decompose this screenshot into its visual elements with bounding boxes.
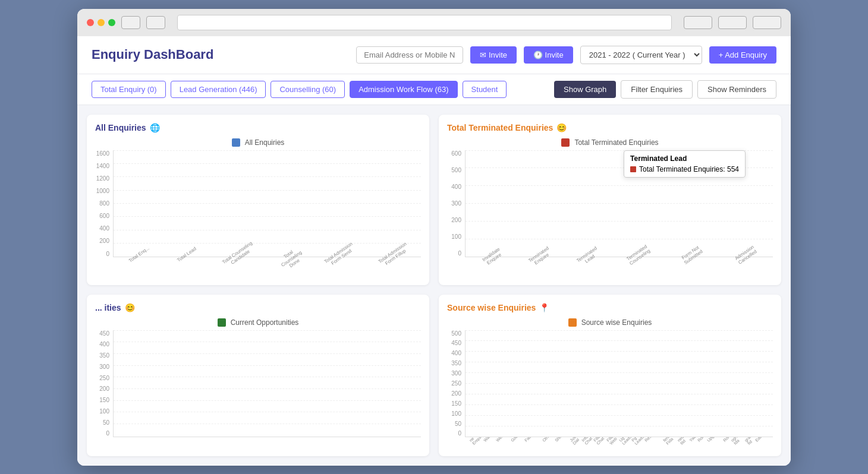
terminated-y-axis: 600 500 400 300 200 100 0 xyxy=(447,150,465,257)
terminated-legend-box xyxy=(561,138,570,147)
tab-admission-workflow[interactable]: Admission Work Flow (63) xyxy=(350,81,457,98)
dot-green xyxy=(108,19,115,26)
source-wise-title: Source wise Enquiries 📍 xyxy=(447,303,773,312)
source-wise-legend: Source wise Enquiries xyxy=(447,318,773,327)
year-select[interactable]: 2021 - 2022 ( Current Year ) 2020 - 2021… xyxy=(580,46,702,64)
browser-bar xyxy=(77,9,791,36)
all-enquiries-title: All Enquiries 🌐 xyxy=(95,123,421,132)
source-wise-card: Source wise Enquiries 📍 Source wise Enqu… xyxy=(439,295,781,456)
terminated-x-labels: Invalidate Enquire Terminated Enquire Te… xyxy=(468,257,773,271)
address-bar[interactable] xyxy=(177,15,672,30)
all-enquiries-legend-box xyxy=(232,138,240,147)
opportunities-legend-box xyxy=(218,318,226,327)
browser-action-1[interactable] xyxy=(684,16,712,29)
opportunities-legend: Current Opportunities xyxy=(95,318,421,327)
opportunities-plot xyxy=(113,330,421,437)
terminated-enquiries-title: Total Terminated Enquiries 😊 xyxy=(447,123,773,132)
all-enquiries-y-axis: 1600 1400 1200 1000 800 600 400 200 0 xyxy=(95,150,113,257)
browser-dots xyxy=(87,19,115,26)
browser-forward-btn[interactable] xyxy=(146,16,165,29)
tab-counselling[interactable]: Counselling (60) xyxy=(271,81,345,98)
all-enquiries-x-labels: Total Enq... Total Lead Total Counseling… xyxy=(117,257,421,277)
source-wise-bars xyxy=(466,330,773,437)
terminated-tooltip: Terminated Lead Total Terminated Enquiri… xyxy=(624,150,746,178)
all-enquiries-card: All Enquiries 🌐 All Enquiries 1600 1400 … xyxy=(87,115,429,285)
terminated-enquiries-card: Total Terminated Enquiries 😊 Terminated … xyxy=(439,115,781,285)
invite-email-button[interactable]: ✉ Invite xyxy=(470,46,517,64)
opportunities-y-axis: 450 400 350 300 250 200 150 100 50 0 xyxy=(95,330,113,437)
tab-student[interactable]: Student xyxy=(463,81,507,98)
all-enquiries-plot xyxy=(113,150,421,257)
tab-total-enquiry[interactable]: Total Enquiry (0) xyxy=(92,81,166,98)
email-input[interactable] xyxy=(356,46,463,64)
add-enquiry-button[interactable]: + Add Enquiry xyxy=(709,46,776,64)
browser-action-3[interactable] xyxy=(753,16,781,29)
all-enquiries-bars xyxy=(114,150,421,257)
dot-yellow xyxy=(98,19,105,26)
page-title: Enquiry DashBoard xyxy=(92,47,349,62)
tab-bar: Total Enquiry (0) Lead Generation (446) … xyxy=(77,74,791,105)
tab-lead-generation[interactable]: Lead Generation (446) xyxy=(171,81,266,98)
invite-whatsapp-button[interactable]: 🕐 Invite xyxy=(524,46,573,64)
content-area: All Enquiries 🌐 All Enquiries 1600 1400 … xyxy=(77,105,791,466)
browser-back-btn[interactable] xyxy=(121,16,140,29)
terminated-legend: Total Terminated Enquiries xyxy=(447,138,773,147)
show-graph-button[interactable]: Show Graph xyxy=(554,81,616,98)
source-wise-y-axis: 500 450 400 350 300 250 200 150 100 50 0 xyxy=(447,330,465,437)
show-reminders-button[interactable]: Show Reminders xyxy=(697,80,776,99)
browser-window: Enquiry DashBoard ✉ Invite 🕐 Invite 2021… xyxy=(77,9,791,466)
source-x-labels: ne Enquiry Walkin Website Google Faceboo… xyxy=(468,437,773,448)
tooltip-color-box xyxy=(630,166,636,172)
filter-enquiries-button[interactable]: Filter Enquiries xyxy=(621,80,693,99)
browser-action-2[interactable] xyxy=(718,16,747,29)
source-wise-plot xyxy=(465,330,773,437)
opportunities-title: ... ities 😊 xyxy=(95,303,421,312)
opportunities-bars xyxy=(114,330,421,437)
opportunities-card: ... ities 😊 Current Opportunities 450 40… xyxy=(87,295,429,456)
header: Enquiry DashBoard ✉ Invite 🕐 Invite 2021… xyxy=(77,36,791,74)
all-enquiries-legend: All Enquiries xyxy=(95,138,421,147)
source-wise-legend-box xyxy=(568,318,577,327)
dot-red xyxy=(87,19,94,26)
